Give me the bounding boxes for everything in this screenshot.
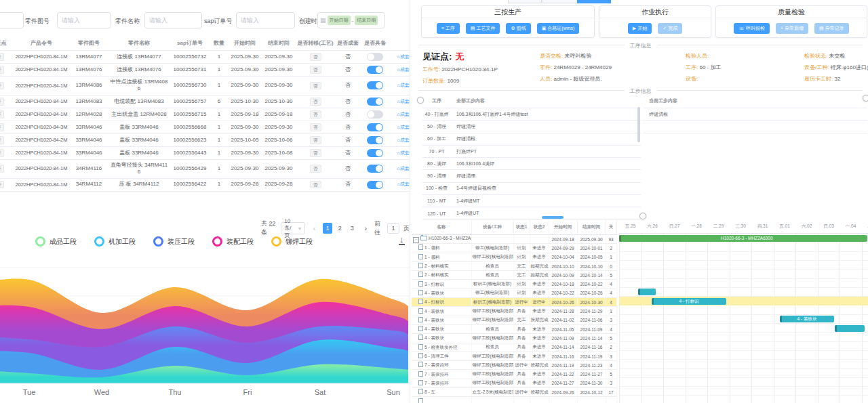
button-工序[interactable]: ≡工序 (437, 23, 460, 34)
horizontal-scrollbar[interactable] (542, 216, 564, 219)
toggle-switch[interactable] (367, 81, 383, 89)
gantt-row[interactable]: 1 - 领料铆焊工段(核电制造部)计划未进序2024-10-042024-10-… (412, 253, 616, 261)
table-row[interactable]: 否2022HPCH1020-84-1M13RM4083电缆装配 13RM4083… (0, 95, 410, 108)
gantt-row[interactable]: 8 - 车立车-2.5米(核电制造部)进行中按期完成2024-09-262024… (412, 388, 616, 397)
toggle-switch[interactable] (367, 110, 383, 119)
step-row[interactable]: 120 - UT1-4焊缝UT (422, 207, 641, 219)
toggle-switch[interactable] (367, 181, 383, 189)
toggle-switch[interactable] (367, 149, 383, 157)
kit-link[interactable]: ⌂成套性 (397, 54, 410, 59)
sap-order-input[interactable] (236, 12, 295, 28)
gantt-bar[interactable]: H1020-66-3 - MHZ2A6300 (619, 235, 867, 242)
button-异常新增[interactable]: +异常新增 (776, 23, 808, 34)
kit-link[interactable]: ⌂成套性 (397, 137, 410, 142)
table-row[interactable]: 否2022HPCH1020-84-1M34RM4116直角弯径接头 34RM41… (0, 159, 410, 178)
gantt-bar[interactable]: 4 - 打标识 (652, 298, 726, 305)
tab-stub-1[interactable] (508, 0, 542, 3)
kit-link[interactable]: ⌂成套性 (397, 83, 410, 87)
button-工艺文件[interactable]: ▤工艺文件 (466, 23, 500, 34)
kit-link[interactable]: ⌂成套性 (397, 67, 410, 72)
gantt-row[interactable]: 7 - 装保持环铆焊工段(核电制造部)具备未进序2024-11-272024-1… (412, 379, 616, 387)
toggle-switch[interactable] (367, 136, 383, 144)
next-page-button[interactable]: › (361, 223, 370, 234)
download-icon[interactable]: ↓ (399, 235, 405, 245)
button-合格证(wms)[interactable]: ▣合格证(wms) (537, 23, 580, 34)
gantt-row[interactable]: 7 - 装保持环铆焊工段(核电制造部)具备未进序2024-11-222024-1… (412, 370, 616, 379)
step-row[interactable]: 100 - 检查1-4号焊缝目视检查 (422, 182, 641, 194)
toggle-switch[interactable] (367, 98, 383, 106)
gantt-row[interactable]: 6 - 清理工件铆焊工段(核电制造部)具备未进序2024-11-162024-1… (412, 352, 616, 360)
page-size-select[interactable]: 10条/页▼ (281, 222, 305, 234)
gantt-row[interactable]: 4 - 装铁块铆工(核电制造部)计划未进序2024-10-222024-10-2… (412, 289, 616, 297)
gantt-row[interactable]: 4 - 装铁块检查员具备未进序2024-11-052024-11-094 (412, 324, 616, 333)
gantt-row[interactable] (412, 397, 616, 403)
kit-link[interactable]: ⌂成套性 (397, 150, 410, 155)
toggle-switch[interactable] (367, 66, 383, 74)
legend-item[interactable]: 装配工段 (212, 236, 254, 247)
kit-link[interactable]: ⌂成套性 (397, 166, 410, 171)
button-开始[interactable]: ▶开始 (628, 23, 652, 34)
tab-stub-active[interactable] (577, 0, 611, 3)
toggle-switch[interactable] (367, 165, 383, 173)
page-button-1[interactable]: 1 (323, 223, 332, 234)
toggle-switch[interactable] (367, 53, 383, 61)
table-row[interactable]: 否2022HPCH1020-84-1M12RM4028主出线盒盖 12RM402… (0, 108, 410, 121)
gantt-bar[interactable] (638, 289, 656, 295)
table-row[interactable]: 焊缝清根 (644, 108, 867, 121)
legend-item[interactable]: 机加工段 (94, 236, 136, 247)
vertical-scrollbar[interactable] (637, 107, 640, 142)
step-row[interactable]: 40 - 打底焊106.3和106.4打底焊1-4号焊缝test (422, 108, 641, 121)
step-row[interactable]: 90 - 清理焊缝清理 (422, 170, 641, 182)
page-button-2[interactable]: 2 (335, 223, 344, 234)
button-图纸[interactable]: ⚙图纸 (506, 23, 530, 34)
part-no-input[interactable] (57, 12, 111, 28)
step-row[interactable]: 110 - MT1-4焊缝MT (422, 195, 641, 207)
toggle-switch[interactable] (367, 123, 383, 131)
kit-link[interactable]: ⌂成套性 (397, 125, 410, 129)
kit-link[interactable]: ⌂成套性 (397, 182, 410, 186)
gantt-row[interactable]: 4 - 打标识标识工(核电制造部)进行中进行中2024-10-262024-10… (412, 298, 616, 307)
gantt-row[interactable]: 3 - 打标识标识工(核电制造部)计划未进序2024-10-182024-10-… (412, 280, 616, 289)
gantt-row[interactable]: 1 - 领料铆工(核电制造部)计划未进序2024-09-292024-10-01… (412, 244, 616, 253)
table-row[interactable]: 否2022HPCH1020-84-1M13RM4076连接板 13RM40761… (0, 64, 410, 77)
gantt-bar[interactable]: 4 - 装铁块 (780, 316, 834, 322)
prev-page-button[interactable]: ‹ (309, 223, 319, 234)
gantt-bar-handle[interactable] (835, 325, 837, 332)
table-row[interactable]: 否2022HPCH1020-84-2M33RM4046盖板 33RM404610… (0, 133, 410, 146)
step-row[interactable]: 60 - 加工焊缝清根 (422, 133, 641, 145)
clipped-filter-input[interactable] (0, 12, 24, 28)
gantt-row[interactable]: 4 - 装铁块铆焊工段(核电制造部)具备未进序2024-11-092024-11… (412, 334, 616, 343)
gantt-row[interactable]: 4 - 装铁块铆焊工段(核电制造部)具备未进序2024-11-282024-11… (412, 307, 616, 316)
kit-link[interactable]: ⌂成套性 (397, 99, 410, 104)
step-row[interactable]: 70 - PT打底焊PT (422, 145, 641, 157)
collapse-icon[interactable]: − (413, 237, 419, 243)
tab-stub-2[interactable] (542, 0, 576, 3)
drag-handle[interactable] (639, 213, 646, 219)
gantt-row[interactable]: 2 - 材料核实检查员完工如期完成2024-10-092024-10-145 (412, 271, 616, 280)
drag-handle[interactable] (863, 95, 868, 102)
kit-link[interactable]: ⌂成套性 (397, 112, 410, 116)
gantt-bar-handle[interactable] (638, 289, 640, 295)
step-row[interactable]: 80 - 满焊106.3和106.4满焊 (422, 158, 641, 170)
gantt-bar-handle[interactable] (619, 235, 621, 242)
part-name-input[interactable] (144, 12, 202, 28)
button-异常记录[interactable]: ▤异常记录 (814, 23, 849, 34)
legend-item[interactable]: 装压工段 (153, 236, 195, 247)
legend-item[interactable]: 铆焊工段 (271, 236, 313, 247)
gantt-row[interactable]: −H1020-66-3 - MHZ2A63002024-09-182025-09… (412, 235, 616, 244)
goto-page-input[interactable] (387, 223, 399, 234)
gantt-bar[interactable] (835, 325, 865, 332)
table-row[interactable]: 否2022HPCH1020-84-3M33RM4046盖板 33RM404610… (0, 121, 410, 133)
button-呼叫报检[interactable]: ☏呼叫报检 (734, 23, 770, 34)
date-range-picker[interactable]: ▦ 开始日期 - 结束日期 (317, 12, 385, 28)
gantt-row[interactable]: 2 - 材料核实检查员完工如期完成2024-10-102024-10-100 (412, 261, 616, 270)
drag-handle[interactable] (417, 97, 424, 104)
table-row[interactable]: 否2022HPCH1020-84-1M13RM4086中性点连接板 13RM40… (0, 77, 410, 96)
gantt-row[interactable]: 5 - 检查铁块外径检查员具备未进序2024-11-142024-11-162 (412, 343, 616, 352)
step-row[interactable]: 50 - 清理焊缝清理 (422, 121, 641, 133)
gantt-row[interactable]: 4 - 装铁块铆焊工段(核电制造部)完工按期完成2024-11-022024-1… (412, 316, 616, 324)
table-row[interactable]: 否2022HPCH1020-84-1M33RM4046盖板 33RM404610… (0, 146, 410, 159)
legend-item[interactable]: 成品工段 (35, 236, 77, 247)
table-row[interactable]: 否2022HPCH1020-84-1M13RM4077连接板 13RM40771… (0, 51, 410, 64)
page-button-3[interactable]: 3 (347, 223, 357, 234)
